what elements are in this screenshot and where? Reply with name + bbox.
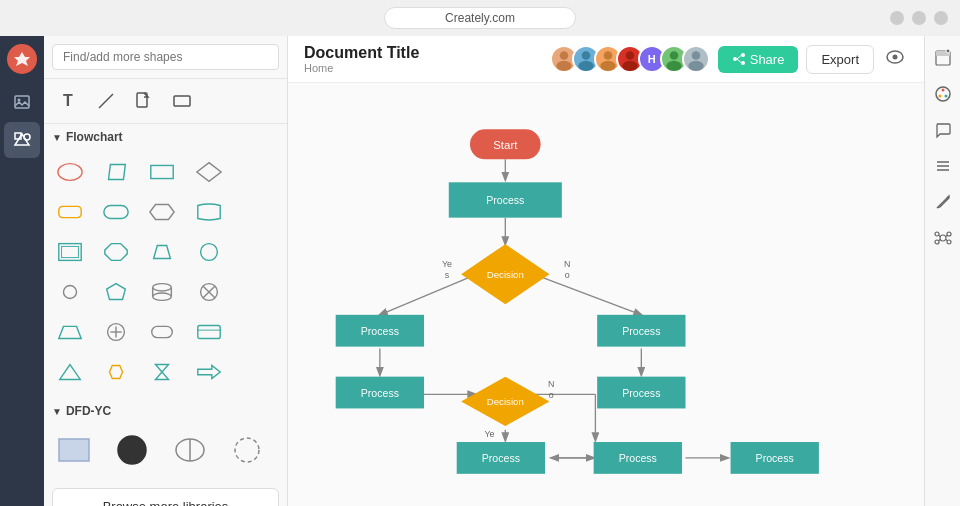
- circle-shape[interactable]: [191, 234, 227, 270]
- svg-point-50: [625, 51, 634, 60]
- hex2-shape[interactable]: [98, 354, 134, 390]
- dfd-half-circle-shape[interactable]: [168, 428, 212, 472]
- dfd-rect-shape[interactable]: [52, 428, 96, 472]
- rect-flowchart-shape[interactable]: [144, 154, 180, 190]
- svg-rect-0: [15, 96, 29, 108]
- palette-icon[interactable]: [929, 80, 957, 108]
- svg-marker-10: [196, 163, 220, 182]
- svg-point-116: [940, 235, 946, 241]
- comment-icon[interactable]: [929, 116, 957, 144]
- view-button[interactable]: [882, 46, 908, 72]
- shape-z[interactable]: [237, 314, 273, 350]
- collapse-icon: ▼: [52, 132, 62, 143]
- template-icon[interactable]: [929, 44, 957, 72]
- svg-point-117: [935, 232, 939, 236]
- pen-icon[interactable]: [929, 188, 957, 216]
- shape-tools-bar: T: [44, 79, 287, 124]
- share-label: Share: [750, 52, 785, 67]
- close-button[interactable]: ×: [934, 11, 948, 25]
- pentagon-shape[interactable]: [98, 274, 134, 310]
- svg-point-21: [153, 284, 172, 291]
- circle-small-shape[interactable]: [52, 274, 88, 310]
- minimize-button[interactable]: −: [890, 11, 904, 25]
- curvy-rect-shape[interactable]: [191, 194, 227, 230]
- plus-shape[interactable]: [98, 314, 134, 350]
- svg-text:Process: Process: [361, 387, 399, 399]
- svg-text:Ye: Ye: [484, 429, 494, 439]
- svg-point-3: [24, 134, 30, 140]
- svg-line-66: [534, 274, 642, 315]
- round-rect-shape[interactable]: [52, 194, 88, 230]
- hex-shape[interactable]: [144, 194, 180, 230]
- export-button[interactable]: Export: [806, 45, 874, 74]
- xmark-shape[interactable]: [191, 274, 227, 310]
- empty-shape[interactable]: [237, 154, 273, 190]
- svg-rect-11: [59, 206, 81, 217]
- dfd-collapse-icon: ▼: [52, 406, 62, 417]
- oval-shape[interactable]: [52, 154, 88, 190]
- canvas-viewport[interactable]: Start Process Decision Ye s N o Process …: [288, 83, 924, 506]
- document-title-area: Document Title Home: [304, 44, 550, 74]
- svg-text:Start: Start: [493, 139, 518, 151]
- cylinder-shape[interactable]: [144, 274, 180, 310]
- network-icon[interactable]: [929, 224, 957, 252]
- header-right: H Share Export: [550, 45, 908, 74]
- diamond-shape[interactable]: [191, 154, 227, 190]
- svg-text:N: N: [548, 379, 554, 389]
- list-icon[interactable]: [929, 152, 957, 180]
- shape-5[interactable]: [237, 194, 273, 230]
- triangle-shape[interactable]: [52, 354, 88, 390]
- svg-text:Process: Process: [361, 325, 399, 337]
- text-tool[interactable]: T: [52, 85, 84, 117]
- canvas-area: Document Title Home: [288, 36, 924, 506]
- shape-y[interactable]: [237, 274, 273, 310]
- svg-point-112: [938, 95, 941, 98]
- svg-text:Process: Process: [619, 452, 657, 464]
- svg-point-119: [935, 240, 939, 244]
- svg-point-58: [733, 57, 737, 61]
- browse-libraries-button[interactable]: Browse more libraries: [52, 488, 279, 506]
- shape-x[interactable]: [237, 234, 273, 270]
- arrow-shape[interactable]: [191, 354, 227, 390]
- svg-point-45: [556, 61, 571, 71]
- shape-w[interactable]: [237, 354, 273, 390]
- octagon-shape[interactable]: [98, 234, 134, 270]
- svg-rect-15: [62, 246, 79, 257]
- svg-rect-9: [151, 165, 173, 178]
- title-bar: Creately.com − □ ×: [0, 0, 960, 36]
- dfd-section-header[interactable]: ▼ DFD-YC: [44, 398, 287, 424]
- dfd-dashed-circle-shape[interactable]: [225, 428, 269, 472]
- svg-line-121: [939, 235, 940, 237]
- svg-point-19: [63, 285, 76, 298]
- app-logo[interactable]: [7, 44, 37, 74]
- svg-marker-17: [154, 245, 171, 258]
- sidebar-shapes-btn[interactable]: [4, 122, 40, 158]
- rounded-rect2-shape[interactable]: [144, 314, 180, 350]
- dfd-circle-shape[interactable]: [110, 428, 154, 472]
- rect-tool[interactable]: [166, 85, 198, 117]
- svg-point-7: [58, 164, 82, 181]
- sidebar-image-btn[interactable]: [4, 84, 40, 120]
- svg-text:Decision: Decision: [487, 396, 524, 407]
- search-input[interactable]: [52, 44, 279, 70]
- svg-line-124: [946, 239, 947, 241]
- svg-point-110: [941, 89, 944, 92]
- page-tool[interactable]: [128, 85, 160, 117]
- trapezoid2-shape[interactable]: [52, 314, 88, 350]
- document-title: Document Title: [304, 44, 550, 62]
- hourglass-shape[interactable]: [144, 354, 180, 390]
- line-tool[interactable]: [90, 85, 122, 117]
- rounded-shape[interactable]: [98, 194, 134, 230]
- maximize-button[interactable]: □: [912, 11, 926, 25]
- share-button[interactable]: Share: [718, 46, 799, 73]
- svg-marker-20: [107, 284, 126, 300]
- sq-outline-shape[interactable]: [52, 234, 88, 270]
- parallelogram-shape[interactable]: [98, 154, 134, 190]
- svg-marker-35: [60, 365, 81, 380]
- url-bar[interactable]: Creately.com: [384, 7, 576, 29]
- flowchart-section-header[interactable]: ▼ Flowchart: [44, 124, 287, 150]
- stadium-shape[interactable]: [191, 314, 227, 350]
- trapezoid-shape[interactable]: [144, 234, 180, 270]
- svg-point-46: [581, 51, 590, 60]
- svg-point-43: [235, 438, 259, 462]
